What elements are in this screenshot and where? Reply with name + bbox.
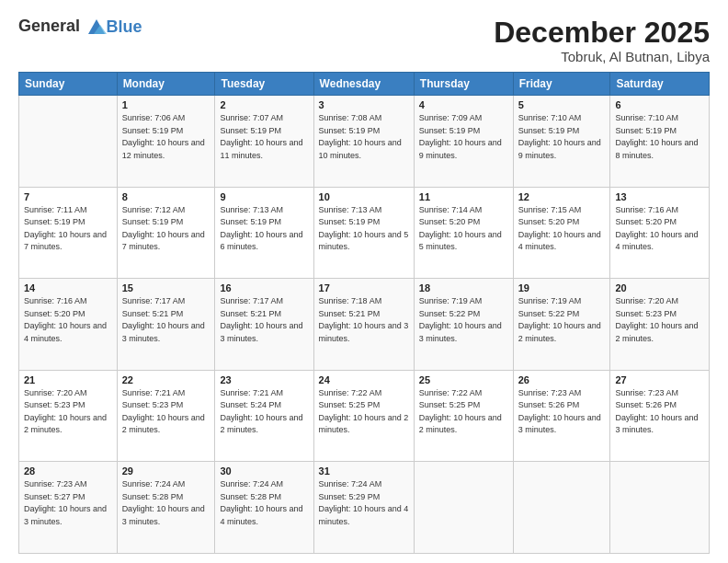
- day-number: 28: [24, 465, 112, 477]
- day-number: 26: [518, 374, 606, 385]
- calendar-cell: 5Sunrise: 7:10 AMSunset: 5:19 PMDaylight…: [513, 96, 610, 188]
- col-thursday: Thursday: [414, 73, 513, 96]
- calendar-week-1: 7Sunrise: 7:11 AMSunset: 5:19 PMDaylight…: [19, 187, 710, 279]
- day-info: Sunrise: 7:10 AMSunset: 5:19 PMDaylight:…: [615, 112, 704, 162]
- calendar-cell: 29Sunrise: 7:24 AMSunset: 5:28 PMDayligh…: [117, 462, 215, 554]
- day-number: 5: [518, 99, 606, 110]
- calendar: Sunday Monday Tuesday Wednesday Thursday…: [18, 72, 710, 554]
- calendar-cell: 6Sunrise: 7:10 AMSunset: 5:19 PMDaylight…: [610, 96, 710, 188]
- day-info: Sunrise: 7:13 AMSunset: 5:19 PMDaylight:…: [319, 204, 409, 254]
- calendar-week-2: 14Sunrise: 7:16 AMSunset: 5:20 PMDayligh…: [19, 279, 710, 371]
- day-info: Sunrise: 7:18 AMSunset: 5:21 PMDaylight:…: [319, 295, 409, 345]
- calendar-cell: 20Sunrise: 7:20 AMSunset: 5:23 PMDayligh…: [610, 279, 710, 371]
- calendar-cell: 21Sunrise: 7:20 AMSunset: 5:23 PMDayligh…: [19, 370, 118, 462]
- day-info: Sunrise: 7:17 AMSunset: 5:21 PMDaylight:…: [122, 295, 210, 345]
- calendar-cell: 8Sunrise: 7:12 AMSunset: 5:19 PMDaylight…: [117, 187, 215, 279]
- day-info: Sunrise: 7:24 AMSunset: 5:28 PMDaylight:…: [122, 478, 210, 528]
- col-sunday: Sunday: [19, 73, 118, 96]
- calendar-cell: 15Sunrise: 7:17 AMSunset: 5:21 PMDayligh…: [117, 279, 215, 371]
- calendar-cell: 1Sunrise: 7:06 AMSunset: 5:19 PMDaylight…: [117, 96, 215, 188]
- day-number: 2: [220, 99, 308, 110]
- col-wednesday: Wednesday: [313, 73, 414, 96]
- day-number: 4: [419, 99, 508, 110]
- calendar-cell: 19Sunrise: 7:19 AMSunset: 5:22 PMDayligh…: [513, 279, 610, 371]
- day-number: 7: [24, 191, 112, 202]
- day-info: Sunrise: 7:13 AMSunset: 5:19 PMDaylight:…: [220, 204, 308, 254]
- day-number: 14: [24, 282, 112, 293]
- calendar-cell: 7Sunrise: 7:11 AMSunset: 5:19 PMDaylight…: [19, 187, 118, 279]
- col-saturday: Saturday: [610, 73, 710, 96]
- day-info: Sunrise: 7:23 AMSunset: 5:26 PMDaylight:…: [518, 387, 606, 437]
- calendar-week-3: 21Sunrise: 7:20 AMSunset: 5:23 PMDayligh…: [19, 370, 710, 462]
- day-info: Sunrise: 7:23 AMSunset: 5:26 PMDaylight:…: [615, 387, 704, 437]
- calendar-cell: 24Sunrise: 7:22 AMSunset: 5:25 PMDayligh…: [313, 370, 414, 462]
- day-number: 20: [615, 282, 704, 293]
- day-number: 18: [419, 282, 508, 293]
- day-number: 11: [419, 191, 508, 202]
- page: General Blue December 2025 Tobruk, Al Bu…: [0, 0, 728, 563]
- day-number: 21: [24, 374, 112, 385]
- calendar-cell: 18Sunrise: 7:19 AMSunset: 5:22 PMDayligh…: [414, 279, 513, 371]
- day-info: Sunrise: 7:12 AMSunset: 5:19 PMDaylight:…: [122, 204, 210, 254]
- day-info: Sunrise: 7:16 AMSunset: 5:20 PMDaylight:…: [615, 204, 704, 254]
- day-number: 30: [220, 465, 308, 477]
- day-number: 6: [615, 99, 704, 110]
- day-info: Sunrise: 7:10 AMSunset: 5:19 PMDaylight:…: [518, 112, 606, 162]
- calendar-cell: 11Sunrise: 7:14 AMSunset: 5:20 PMDayligh…: [414, 187, 513, 279]
- logo-icon: [86, 17, 107, 38]
- day-number: 19: [518, 282, 606, 293]
- day-info: Sunrise: 7:17 AMSunset: 5:21 PMDaylight:…: [220, 295, 308, 345]
- day-number: 17: [319, 282, 409, 293]
- col-tuesday: Tuesday: [215, 73, 313, 96]
- calendar-cell: 2Sunrise: 7:07 AMSunset: 5:19 PMDaylight…: [215, 96, 313, 188]
- day-number: 31: [319, 465, 409, 477]
- day-info: Sunrise: 7:06 AMSunset: 5:19 PMDaylight:…: [122, 112, 210, 162]
- month-title: December 2025: [494, 17, 710, 49]
- location: Tobruk, Al Butnan, Libya: [494, 49, 710, 64]
- day-number: 3: [319, 99, 409, 110]
- day-number: 12: [518, 191, 606, 202]
- day-info: Sunrise: 7:24 AMSunset: 5:29 PMDaylight:…: [319, 478, 409, 528]
- day-info: Sunrise: 7:15 AMSunset: 5:20 PMDaylight:…: [518, 204, 606, 254]
- calendar-header-row: Sunday Monday Tuesday Wednesday Thursday…: [19, 73, 710, 96]
- col-friday: Friday: [513, 73, 610, 96]
- day-number: 15: [122, 282, 210, 293]
- calendar-cell: [513, 462, 610, 554]
- day-info: Sunrise: 7:21 AMSunset: 5:23 PMDaylight:…: [122, 387, 210, 437]
- day-number: 27: [615, 374, 704, 385]
- day-info: Sunrise: 7:20 AMSunset: 5:23 PMDaylight:…: [615, 295, 704, 345]
- header: General Blue December 2025 Tobruk, Al Bu…: [18, 17, 710, 64]
- calendar-week-4: 28Sunrise: 7:23 AMSunset: 5:27 PMDayligh…: [19, 462, 710, 554]
- day-info: Sunrise: 7:24 AMSunset: 5:28 PMDaylight:…: [220, 478, 308, 528]
- day-number: 8: [122, 191, 210, 202]
- day-info: Sunrise: 7:20 AMSunset: 5:23 PMDaylight:…: [24, 387, 112, 437]
- calendar-cell: 16Sunrise: 7:17 AMSunset: 5:21 PMDayligh…: [215, 279, 313, 371]
- calendar-cell: 13Sunrise: 7:16 AMSunset: 5:20 PMDayligh…: [610, 187, 710, 279]
- calendar-cell: 28Sunrise: 7:23 AMSunset: 5:27 PMDayligh…: [19, 462, 118, 554]
- calendar-cell: 22Sunrise: 7:21 AMSunset: 5:23 PMDayligh…: [117, 370, 215, 462]
- day-info: Sunrise: 7:22 AMSunset: 5:25 PMDaylight:…: [419, 387, 508, 437]
- day-info: Sunrise: 7:21 AMSunset: 5:24 PMDaylight:…: [220, 387, 308, 437]
- calendar-cell: 26Sunrise: 7:23 AMSunset: 5:26 PMDayligh…: [513, 370, 610, 462]
- calendar-cell: 9Sunrise: 7:13 AMSunset: 5:19 PMDaylight…: [215, 187, 313, 279]
- day-number: 10: [319, 191, 409, 202]
- calendar-cell: 31Sunrise: 7:24 AMSunset: 5:29 PMDayligh…: [313, 462, 414, 554]
- day-number: 24: [319, 374, 409, 385]
- calendar-cell: [610, 462, 710, 554]
- col-monday: Monday: [117, 73, 215, 96]
- calendar-cell: [414, 462, 513, 554]
- day-info: Sunrise: 7:09 AMSunset: 5:19 PMDaylight:…: [419, 112, 508, 162]
- calendar-cell: 30Sunrise: 7:24 AMSunset: 5:28 PMDayligh…: [215, 462, 313, 554]
- calendar-cell: 14Sunrise: 7:16 AMSunset: 5:20 PMDayligh…: [19, 279, 118, 371]
- calendar-cell: 12Sunrise: 7:15 AMSunset: 5:20 PMDayligh…: [513, 187, 610, 279]
- calendar-week-0: 1Sunrise: 7:06 AMSunset: 5:19 PMDaylight…: [19, 96, 710, 188]
- day-info: Sunrise: 7:19 AMSunset: 5:22 PMDaylight:…: [518, 295, 606, 345]
- calendar-cell: [19, 96, 118, 188]
- calendar-cell: 10Sunrise: 7:13 AMSunset: 5:19 PMDayligh…: [313, 187, 414, 279]
- day-number: 1: [122, 99, 210, 110]
- title-block: December 2025 Tobruk, Al Butnan, Libya: [494, 17, 710, 64]
- day-info: Sunrise: 7:08 AMSunset: 5:19 PMDaylight:…: [319, 112, 409, 162]
- day-number: 16: [220, 282, 308, 293]
- calendar-cell: 3Sunrise: 7:08 AMSunset: 5:19 PMDaylight…: [313, 96, 414, 188]
- calendar-cell: 25Sunrise: 7:22 AMSunset: 5:25 PMDayligh…: [414, 370, 513, 462]
